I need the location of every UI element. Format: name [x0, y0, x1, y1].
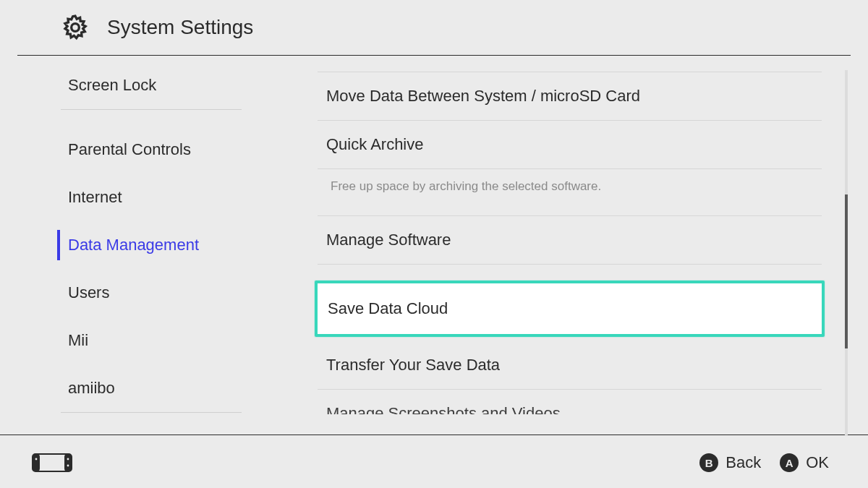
sidebar-item-users[interactable]: Users [17, 269, 278, 317]
row-save-data-cloud[interactable]: Save Data Cloud [315, 281, 825, 337]
back-button-hint[interactable]: B Back [699, 453, 761, 472]
row-transfer-save-data[interactable]: Transfer Your Save Data [318, 341, 822, 390]
row-label: Manage Screenshots and Videos [326, 404, 561, 414]
content-panel: Move Data Between System / microSD Card … [278, 56, 851, 435]
svg-rect-2 [33, 454, 40, 471]
row-move-data[interactable]: Move Data Between System / microSD Card [318, 72, 822, 121]
footer: B Back A OK [17, 437, 851, 488]
sidebar-item-label: Users [68, 283, 109, 301]
a-button-icon: A [780, 453, 799, 472]
svg-rect-3 [64, 454, 72, 471]
row-label: Quick Archive [326, 135, 424, 153]
sidebar-item-label: Mii [68, 331, 88, 349]
sidebar-item-label: Parental Controls [68, 140, 191, 158]
row-quick-archive[interactable]: Quick Archive [318, 121, 822, 169]
row-label: Move Data Between System / microSD Card [326, 87, 640, 105]
ok-button-hint[interactable]: A OK [780, 453, 829, 472]
sidebar-item-label: amiibo [68, 379, 115, 397]
sidebar-item-mii[interactable]: Mii [17, 317, 278, 364]
row-manage-screenshots[interactable]: Manage Screenshots and Videos [318, 390, 822, 414]
row-manage-software[interactable]: Manage Software [318, 215, 822, 265]
scrollbar-thumb[interactable] [845, 194, 848, 348]
divider [61, 412, 242, 413]
page-title: System Settings [107, 16, 253, 39]
sidebar-item-parental-controls[interactable]: Parental Controls [17, 126, 278, 174]
header: System Settings [17, 0, 851, 56]
ok-label: OK [806, 453, 829, 472]
svg-point-0 [72, 24, 80, 32]
controller-icon [32, 453, 72, 472]
row-label: Transfer Your Save Data [326, 356, 500, 374]
b-button-icon: B [699, 453, 718, 472]
scrollbar[interactable] [845, 70, 848, 436]
sidebar-item-data-management[interactable]: Data Management [17, 221, 278, 269]
sidebar: Screen Lock Parental Controls Internet D… [17, 56, 278, 435]
sidebar-item-internet[interactable]: Internet [17, 174, 278, 221]
row-label: Manage Software [326, 231, 451, 249]
sidebar-item-label: Data Management [68, 236, 199, 254]
row-description: Free up space by archiving the selected … [318, 169, 822, 215]
svg-point-5 [67, 458, 69, 461]
back-label: Back [726, 453, 761, 472]
gear-icon [61, 13, 90, 42]
svg-point-4 [35, 458, 38, 461]
svg-point-6 [67, 465, 69, 467]
sidebar-item-label: Screen Lock [68, 76, 156, 94]
row-label: Save Data Cloud [328, 299, 448, 317]
sidebar-item-label: Internet [68, 188, 122, 206]
sidebar-item-amiibo[interactable]: amiibo [17, 364, 278, 412]
sidebar-item-screen-lock[interactable]: Screen Lock [17, 61, 278, 109]
